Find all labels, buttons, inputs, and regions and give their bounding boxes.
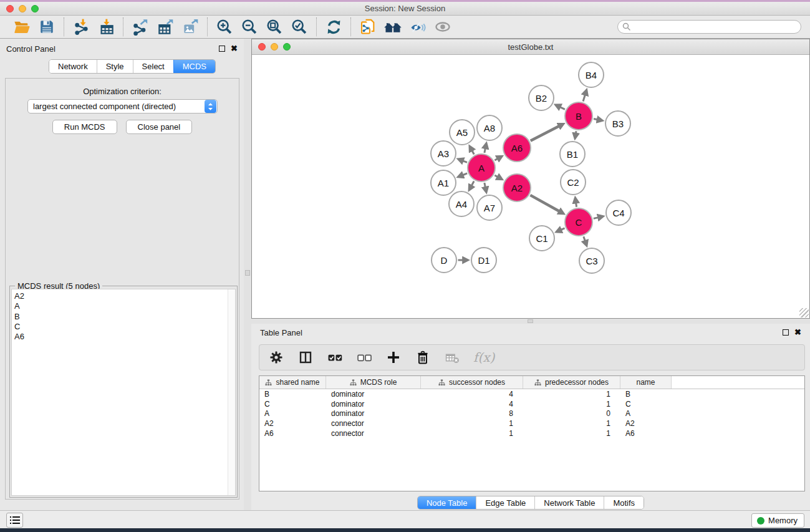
- close-panel-icon[interactable]: ✖: [231, 46, 238, 52]
- network-close-button[interactable]: [258, 43, 266, 51]
- cell-name[interactable]: C: [620, 399, 672, 409]
- close-panel-button[interactable]: Close panel: [126, 120, 193, 134]
- delete-column-button[interactable]: [415, 349, 431, 365]
- zoom-fit-button[interactable]: [265, 17, 284, 36]
- tab-edge-table[interactable]: Edge Table: [476, 496, 534, 509]
- cell-shared_name[interactable]: A: [259, 409, 326, 418]
- network-zoom-button[interactable]: [283, 43, 291, 51]
- tab-node-table[interactable]: Node Table: [418, 496, 476, 509]
- cell-predecessor_nodes[interactable]: 0: [523, 409, 620, 418]
- cell-successor_nodes[interactable]: 8: [421, 409, 523, 418]
- edge-C-C3[interactable]: [584, 236, 585, 241]
- criterion-dropdown[interactable]: largest connected component (directed): [27, 99, 218, 114]
- edge-A-A7[interactable]: [485, 183, 485, 187]
- vertical-split-divider[interactable]: [244, 39, 251, 510]
- graph-node-B[interactable]: B: [564, 102, 593, 130]
- save-session-button[interactable]: [37, 17, 56, 36]
- table-row[interactable]: Cdominator41C: [259, 399, 804, 409]
- cell-name[interactable]: A: [620, 409, 672, 418]
- column-header-predecessor-nodes[interactable]: predecessor nodes: [523, 376, 620, 389]
- edge-C-C4[interactable]: [594, 218, 599, 219]
- float-panel-icon[interactable]: [219, 46, 225, 52]
- zoom-window-button[interactable]: [31, 5, 39, 12]
- window-resize-grip[interactable]: [799, 308, 809, 317]
- graph-node-A8[interactable]: A8: [476, 115, 503, 141]
- settings-gear-button[interactable]: [268, 349, 284, 365]
- result-list-scrollbar[interactable]: [228, 289, 235, 495]
- memory-button[interactable]: Memory: [751, 513, 804, 528]
- cell-mcds_role[interactable]: dominator: [326, 399, 421, 409]
- cell-name[interactable]: A6: [620, 428, 672, 438]
- edge-A-A4[interactable]: [471, 181, 474, 185]
- table-row[interactable]: A6connector11A6: [259, 428, 804, 438]
- tab-style[interactable]: Style: [97, 60, 133, 73]
- zoom-in-button[interactable]: [215, 17, 234, 36]
- hide-selected-button[interactable]: [408, 17, 427, 36]
- edge-B-B3[interactable]: [594, 119, 597, 120]
- graph-node-A4[interactable]: A4: [448, 191, 475, 217]
- graph-node-B1[interactable]: B1: [559, 141, 586, 167]
- graph-node-A6[interactable]: A6: [503, 133, 531, 162]
- edge-A-A5[interactable]: [472, 150, 474, 154]
- run-mcds-button[interactable]: Run MCDS: [52, 120, 117, 134]
- edge-A-A1[interactable]: [463, 173, 467, 175]
- edge-B-B4[interactable]: [583, 95, 585, 101]
- network-minimize-button[interactable]: [271, 43, 278, 51]
- cell-successor_nodes[interactable]: 1: [421, 418, 523, 428]
- import-network-button[interactable]: [72, 17, 90, 36]
- toggle-columns-button[interactable]: [297, 349, 314, 365]
- cell-successor_nodes[interactable]: 4: [421, 399, 523, 409]
- task-history-button[interactable]: [6, 513, 23, 528]
- select-all-checkboxes-button[interactable]: [327, 349, 343, 365]
- zoom-selected-button[interactable]: [290, 17, 309, 36]
- cell-shared_name[interactable]: A2: [259, 418, 326, 428]
- graph-node-D1[interactable]: D1: [471, 247, 497, 273]
- tab-select[interactable]: Select: [133, 60, 173, 73]
- table-row[interactable]: Bdominator41B: [259, 389, 804, 399]
- clone-network-button[interactable]: [359, 17, 377, 36]
- graph-node-C4[interactable]: C4: [605, 200, 632, 226]
- search-input[interactable]: [617, 20, 801, 34]
- tab-motifs[interactable]: Motifs: [604, 496, 644, 509]
- edge-A6-B[interactable]: [531, 126, 559, 141]
- close-window-button[interactable]: [6, 5, 14, 12]
- cell-predecessor_nodes[interactable]: 1: [523, 399, 620, 409]
- edge-B-B1[interactable]: [576, 131, 576, 133]
- edge-A2-C[interactable]: [530, 195, 559, 211]
- cell-name[interactable]: A2: [620, 418, 672, 428]
- graph-node-A[interactable]: A: [467, 153, 496, 182]
- cell-shared_name[interactable]: C: [259, 399, 326, 409]
- home-view-button[interactable]: [383, 17, 402, 36]
- cell-predecessor_nodes[interactable]: 1: [523, 428, 620, 438]
- column-header-name[interactable]: name: [620, 376, 672, 389]
- export-image-button[interactable]: [181, 17, 200, 36]
- column-header-successor-nodes[interactable]: successor nodes: [421, 376, 523, 389]
- graph-node-D[interactable]: D: [431, 247, 457, 273]
- cell-mcds_role[interactable]: dominator: [326, 389, 421, 399]
- mcds-result-item[interactable]: A: [14, 301, 228, 311]
- edge-A-A2[interactable]: [494, 175, 498, 177]
- column-header-shared-name[interactable]: shared name: [259, 376, 326, 389]
- graph-node-C3[interactable]: C3: [579, 248, 605, 274]
- graph-node-C[interactable]: C: [564, 208, 593, 236]
- graph-node-A7[interactable]: A7: [476, 195, 503, 221]
- cell-mcds_role[interactable]: connector: [326, 418, 421, 428]
- edge-A-A8[interactable]: [485, 148, 485, 153]
- deselect-all-checkboxes-button[interactable]: [356, 349, 372, 365]
- edge-B-B2[interactable]: [560, 107, 565, 110]
- table-row[interactable]: A2connector11A2: [259, 418, 804, 428]
- vertical-divider-handle[interactable]: [245, 270, 250, 276]
- refresh-layout-button[interactable]: [324, 17, 343, 36]
- tab-network[interactable]: Network: [49, 60, 97, 73]
- cell-shared_name[interactable]: B: [259, 389, 326, 399]
- table-row[interactable]: Adominator80A: [259, 409, 804, 418]
- add-column-button[interactable]: [385, 349, 402, 365]
- cell-name[interactable]: B: [620, 389, 672, 399]
- cell-shared_name[interactable]: A6: [259, 428, 326, 438]
- mcds-result-item[interactable]: C: [14, 322, 228, 332]
- edge-C-C2[interactable]: [576, 203, 577, 207]
- horizontal-split-divider[interactable]: [251, 319, 810, 324]
- graph-node-C1[interactable]: C1: [529, 225, 555, 251]
- export-table-button[interactable]: [156, 17, 175, 36]
- function-builder-button[interactable]: f(x): [473, 349, 494, 365]
